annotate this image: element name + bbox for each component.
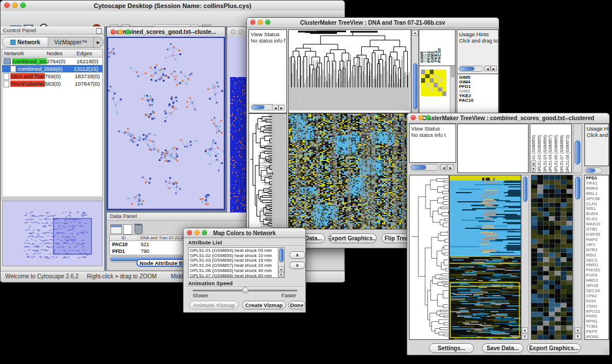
network-row[interactable]: DNA and Tran 07769(0)183728(0) xyxy=(2,72,102,80)
scroll-up-button[interactable]: ▲ xyxy=(575,327,581,333)
slider-thumb[interactable] xyxy=(242,287,248,293)
tv1-export-graphics-button[interactable]: Export Graphics... xyxy=(328,233,377,243)
datapanel-newdoc-icon[interactable] xyxy=(123,224,132,235)
minimize-icon[interactable] xyxy=(418,115,423,120)
window-controls[interactable] xyxy=(4,2,26,8)
matrix-cell[interactable] xyxy=(430,70,434,74)
gene-label[interactable]: MON2 xyxy=(586,335,609,340)
move-down-button[interactable]: ∨ xyxy=(289,262,305,269)
matrix-cell[interactable] xyxy=(442,91,446,96)
dialog-titlebar[interactable]: Map Colors to Network xyxy=(183,228,305,238)
tv1-usage-hscroll-thumb[interactable] xyxy=(460,67,475,71)
tv1-row-dendrogram-canvas[interactable] xyxy=(249,114,286,229)
close-icon[interactable] xyxy=(4,2,10,8)
matrix-cell[interactable] xyxy=(434,78,438,83)
matrix-cell[interactable] xyxy=(425,78,429,83)
tv2-export-graphics-button[interactable]: Export Graphics... xyxy=(527,343,581,353)
matrix-cell[interactable] xyxy=(430,83,434,87)
tv2-heatmap-canvas[interactable] xyxy=(450,175,521,339)
tv2-heatmap-vscroll[interactable]: ▲ ▼ xyxy=(521,175,529,340)
birdseye-canvas[interactable] xyxy=(3,201,102,266)
tv1-matrix-vscroll-thumb[interactable] xyxy=(451,67,454,77)
datapanel-trash-icon[interactable] xyxy=(135,225,143,234)
animate-vizmap-button[interactable]: Animate Vizmap xyxy=(189,301,239,309)
matrix-cell[interactable] xyxy=(438,87,442,92)
tv2-heatmap-vscroll-thumb[interactable] xyxy=(523,177,527,202)
matrix-cell[interactable] xyxy=(442,78,446,83)
matrix-cell[interactable] xyxy=(425,70,429,74)
matrix-cell[interactable] xyxy=(421,70,425,74)
id-col-header[interactable]: ID xyxy=(110,235,138,240)
zoom-window-icon[interactable] xyxy=(125,29,131,35)
tab-network[interactable]: Network xyxy=(3,37,48,47)
scroll-down-button[interactable]: ▼ xyxy=(531,166,536,171)
attribute-listbox[interactable]: GPL51-01 (GSM854) heat shock 05 minGPL51… xyxy=(188,247,285,278)
tv2-save-data-button[interactable]: Save Data... xyxy=(482,343,523,353)
animation-speed-slider[interactable] xyxy=(193,290,297,292)
minimize-icon[interactable] xyxy=(12,2,18,8)
dialog-controls[interactable] xyxy=(187,230,207,235)
close-icon[interactable] xyxy=(187,230,192,235)
matrix-cell[interactable] xyxy=(438,83,442,87)
tv2-row-dendrogram-canvas[interactable] xyxy=(410,175,449,339)
attribute-item[interactable]: GPL51-07 (GSM868) heat shock 60 min xyxy=(190,274,284,278)
scroll-down-button[interactable]: ▼ xyxy=(575,334,581,339)
matrix-cell[interactable] xyxy=(438,74,442,79)
matrix-cell[interactable] xyxy=(421,74,425,79)
tv2-status-hscrollbar[interactable] xyxy=(410,164,439,171)
tv2-sub-vscroll[interactable]: ▲ ▼ xyxy=(573,175,582,340)
scroll-left-button[interactable]: ◀ xyxy=(272,105,278,110)
tv2-resize-grip[interactable] xyxy=(602,348,609,354)
scroll-right-button[interactable]: ▶ xyxy=(491,66,497,71)
matrix-cell[interactable] xyxy=(442,70,446,74)
main-titlebar[interactable]: Cytoscape Desktop (Session Name: collins… xyxy=(1,1,345,12)
close-icon[interactable] xyxy=(411,115,416,120)
zoom-window-icon[interactable] xyxy=(202,230,207,235)
tv1-column-dendrogram-canvas[interactable] xyxy=(289,30,411,113)
matrix-cell[interactable] xyxy=(438,91,442,96)
zoom-window-icon[interactable] xyxy=(265,20,270,25)
matrix-cell[interactable] xyxy=(434,74,438,79)
matrix-cell[interactable] xyxy=(434,83,438,87)
scroll-up-button[interactable]: ▲ xyxy=(278,266,284,271)
minimize-icon[interactable] xyxy=(238,29,243,35)
tv1-usage-hscrollbar[interactable] xyxy=(458,66,484,72)
tv2-sub-vscroll-thumb[interactable] xyxy=(575,177,580,200)
network-table-header[interactable]: Network Nodes Edges xyxy=(2,49,102,58)
matrix-cell[interactable] xyxy=(421,78,425,83)
matrix-cell[interactable] xyxy=(425,83,429,87)
tv2-status-hscroll-thumb[interactable] xyxy=(411,165,426,170)
treeview1-controls[interactable] xyxy=(250,20,270,25)
tv1-vscroll-thumb[interactable] xyxy=(413,63,418,109)
minimize-icon[interactable] xyxy=(258,20,263,25)
network-canvas-1[interactable] xyxy=(108,38,224,209)
network-window-1-controls[interactable] xyxy=(110,29,131,35)
close-icon[interactable] xyxy=(231,29,236,35)
matrix-cell[interactable] xyxy=(438,70,442,74)
attribute-list-vscroll-thumb[interactable] xyxy=(279,248,284,262)
matrix-cell[interactable] xyxy=(434,91,438,96)
scroll-up-button[interactable]: ▲ xyxy=(531,160,536,166)
treeview2-controls[interactable] xyxy=(411,115,431,120)
matrix-cell[interactable] xyxy=(434,87,438,92)
matrix-cell[interactable] xyxy=(425,91,429,96)
tv1-matrix-vscroll-track[interactable] xyxy=(450,66,455,113)
tab-vizmapper[interactable]: VizMapper™ xyxy=(48,37,94,47)
minimize-icon[interactable] xyxy=(118,29,123,35)
tv2-usage-hscroll-thumb[interactable] xyxy=(586,168,595,173)
attribute-list-vscroll[interactable]: ▲ ▼ xyxy=(278,248,284,277)
float-panel-icon[interactable] xyxy=(96,28,102,34)
move-up-button[interactable]: ∧ xyxy=(289,251,305,259)
treeview2-titlebar[interactable]: ClusterMaker TreeView : combined_scores_… xyxy=(407,113,609,124)
scroll-right-button[interactable]: ▶ xyxy=(447,164,454,170)
dense-grid-canvas[interactable] xyxy=(230,77,247,217)
scroll-down-button[interactable]: ▼ xyxy=(522,334,528,339)
tv1-status-hscrollbar[interactable] xyxy=(251,104,275,110)
col-edges[interactable]: Edges xyxy=(76,50,102,56)
network-row[interactable]: RNAPuberNov2+563(0)107847(0) xyxy=(2,80,102,87)
tv1-heatmap-canvas[interactable] xyxy=(289,114,410,229)
datapanel-table-icon[interactable] xyxy=(110,224,122,234)
scroll-left-button[interactable]: ◀ xyxy=(441,164,447,170)
col-nodes[interactable]: Nodes xyxy=(47,50,76,56)
matrix-cell[interactable] xyxy=(430,74,434,79)
